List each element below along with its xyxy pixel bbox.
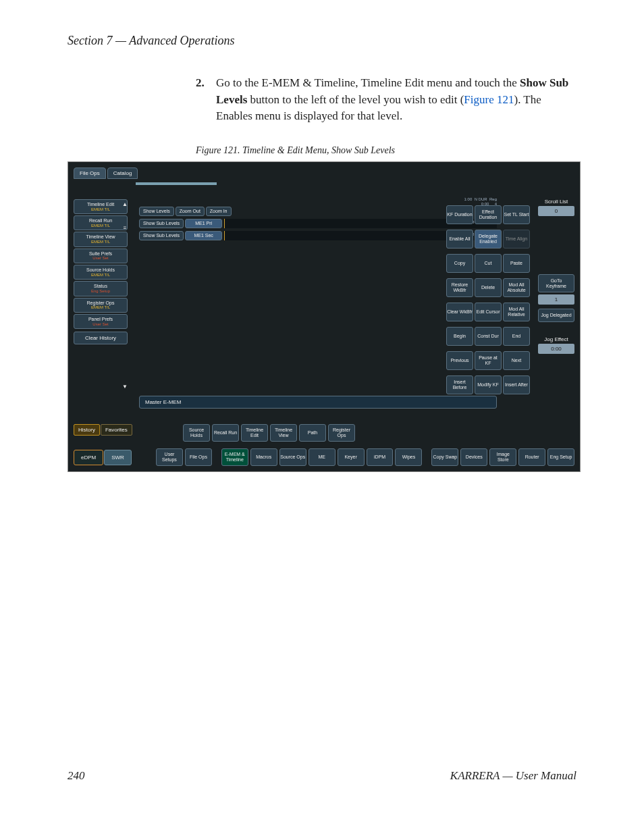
bottom-tab[interactable]: iDPM — [367, 448, 394, 466]
left-nav: Timeline EditEMEM T/LRecall RunEMEM T/LT… — [74, 199, 128, 344]
bottom-tab[interactable]: E-MEM & Timeline — [221, 448, 248, 466]
clear-history-button[interactable]: Clear History — [74, 332, 128, 344]
bottom-tab[interactable]: File Ops — [185, 448, 212, 466]
bottom-tabs: User SetupsFile OpsE-MEM & TimelineMacro… — [156, 448, 574, 466]
timeline-ruler: 1:00 N DUR Reg 0:00 4 — [139, 197, 497, 206]
action-button[interactable]: Insert After — [503, 375, 530, 394]
action-button[interactable]: Modify KF — [475, 375, 502, 394]
manual-title: KARRERA — User Manual — [450, 769, 576, 783]
sub-tab[interactable]: Source Holds — [183, 424, 210, 442]
me1-pri-button[interactable]: ME1 Pri — [185, 219, 222, 228]
favorites-tab[interactable]: Favorites — [101, 424, 132, 436]
sub-tab[interactable]: Path — [299, 424, 326, 442]
keyframe-value[interactable]: 1 — [538, 294, 574, 305]
action-button[interactable]: Insert Before — [446, 375, 473, 394]
left-nav-item[interactable]: Source HoldsEMEM T/L — [74, 265, 128, 280]
bottom-tab[interactable]: User Setups — [156, 448, 183, 466]
bottom-tab[interactable]: Router — [518, 448, 545, 466]
action-button[interactable]: Time Align — [503, 230, 530, 249]
scroll-up-icon[interactable]: ▲ — [119, 199, 130, 210]
action-button[interactable]: Pause at KF — [475, 351, 502, 370]
action-button[interactable]: KF Duration — [446, 205, 473, 224]
left-nav-item[interactable]: Panel PrefsUser Set — [74, 314, 128, 329]
left-nav-item[interactable]: Register OpsEMEM T/L — [74, 298, 128, 313]
action-button[interactable]: Begin — [446, 327, 473, 346]
action-button[interactable]: Clear WkBfr — [446, 303, 473, 321]
action-button[interactable]: Paste — [503, 254, 530, 273]
step-2: 2. Go to the E-MEM & Timeline, Timeline … — [196, 75, 576, 125]
left-nav-item[interactable]: Timeline ViewEMEM T/L — [74, 232, 128, 246]
bottom-tab[interactable]: Eng Setup — [547, 448, 574, 466]
page-footer: 240 KARRERA — User Manual — [68, 769, 576, 783]
jog-effect-value[interactable]: 0:00 — [538, 344, 574, 354]
action-button[interactable]: Restore WkBfr — [446, 278, 473, 297]
step-number: 2. — [196, 75, 209, 125]
action-button[interactable]: Delete — [475, 278, 502, 297]
action-button[interactable]: Cut — [475, 254, 502, 273]
action-button[interactable]: Set TL Start — [503, 205, 530, 224]
action-button[interactable]: Edit Cursor — [475, 303, 502, 321]
tab-catalog[interactable]: Catalog — [107, 167, 138, 179]
step-text: Go to the E-MEM & Timeline, Timeline Edi… — [216, 75, 576, 125]
show-sub-levels-button[interactable]: Show Sub Levels — [139, 219, 184, 228]
left-nav-item[interactable]: StatusEng Setup — [74, 281, 128, 296]
figure-link[interactable]: Figure 121 — [464, 93, 514, 106]
action-button[interactable]: Previous — [446, 351, 473, 370]
action-button[interactable]: End — [503, 327, 530, 346]
far-right-panel: Scroll List 0 GoTo Keyframe 1 Jog Delega… — [538, 199, 574, 358]
scroll-list-value[interactable]: 0 — [538, 206, 574, 216]
action-button[interactable]: Enable All — [446, 230, 473, 249]
sub-tab[interactable]: Timeline View — [270, 424, 297, 442]
zoom-controls: Show Levels Zoom Out Zoom In — [139, 207, 497, 216]
bottom-tab[interactable]: Devices — [460, 448, 487, 466]
action-button[interactable]: Effect Duration — [475, 205, 502, 224]
scroll-menu-icon[interactable]: ≡ — [119, 223, 130, 234]
action-button[interactable]: Mod All Relative — [503, 303, 530, 321]
sub-tabs: Source HoldsRecall RunTimeline EditTimel… — [183, 424, 355, 442]
me1-sec-button[interactable]: ME1 Sec — [185, 231, 222, 240]
screenshot-figure: File Ops Catalog Timeline EditEMEM T/LRe… — [68, 161, 581, 472]
jog-effect-label: Jog Effect — [538, 336, 574, 342]
top-indicator — [136, 182, 217, 185]
bottom-tab[interactable]: Copy Swap — [431, 448, 458, 466]
zoom-out-button[interactable]: Zoom Out — [176, 207, 205, 216]
history-favorites: History Favorites — [74, 424, 132, 436]
master-emem-bar[interactable]: Master E-MEM — [139, 396, 497, 409]
timeline-row-1: Show Sub Levels ME1 Pri R4 — [139, 219, 497, 228]
bottom-tab[interactable]: ME — [308, 448, 336, 466]
show-sub-levels-button[interactable]: Show Sub Levels — [139, 231, 184, 240]
jog-delegated-button[interactable]: Jog Delegated — [538, 309, 574, 322]
action-button[interactable]: Delegate Enabled — [475, 230, 502, 249]
bottom-tab[interactable]: Source Ops — [279, 448, 306, 466]
action-grid: KF DurationEffect DurationSet TL StartEn… — [446, 205, 534, 398]
left-nav-item[interactable]: Suite PrefsUser Set — [74, 249, 128, 263]
zoom-in-button[interactable]: Zoom In — [206, 207, 232, 216]
bottom-tab[interactable]: Keyer — [338, 448, 365, 466]
edpm-swr-toggle: eDPM SWR — [74, 450, 132, 465]
figure-caption: Figure 121. Timeline & Edit Menu, Show S… — [196, 145, 576, 156]
tab-file-ops[interactable]: File Ops — [74, 167, 106, 179]
action-button[interactable]: Mod All Absolute — [503, 278, 530, 297]
action-button[interactable]: Copy — [446, 254, 473, 273]
scroll-down-icon[interactable]: ▼ — [119, 382, 130, 392]
top-tabs: File Ops Catalog — [74, 167, 138, 179]
history-tab[interactable]: History — [74, 424, 100, 436]
goto-keyframe-button[interactable]: GoTo Keyframe — [538, 274, 574, 292]
scroll-list-label: Scroll List — [538, 199, 574, 205]
action-button[interactable]: Next — [503, 351, 530, 370]
timeline-row-2: Show Sub Levels ME1 Sec R4 — [139, 231, 497, 240]
bottom-tab[interactable]: Macros — [250, 448, 277, 466]
sub-tab[interactable]: Recall Run — [212, 424, 239, 442]
section-header: Section 7 — Advanced Operations — [68, 34, 576, 48]
action-button[interactable]: Const Dur — [475, 327, 502, 346]
page-number: 240 — [68, 769, 85, 783]
show-levels-button[interactable]: Show Levels — [139, 207, 174, 216]
timeline-area: 1:00 N DUR Reg 0:00 4 Show Levels Zoom O… — [139, 197, 497, 393]
swr-button[interactable]: SWR — [104, 450, 132, 465]
bottom-tab[interactable]: Image Store — [489, 448, 516, 466]
edpm-button[interactable]: eDPM — [74, 450, 103, 465]
bottom-tab[interactable]: Wipes — [395, 448, 422, 466]
sub-tab[interactable]: Timeline Edit — [241, 424, 268, 442]
sub-tab[interactable]: Register Ops — [328, 424, 355, 442]
